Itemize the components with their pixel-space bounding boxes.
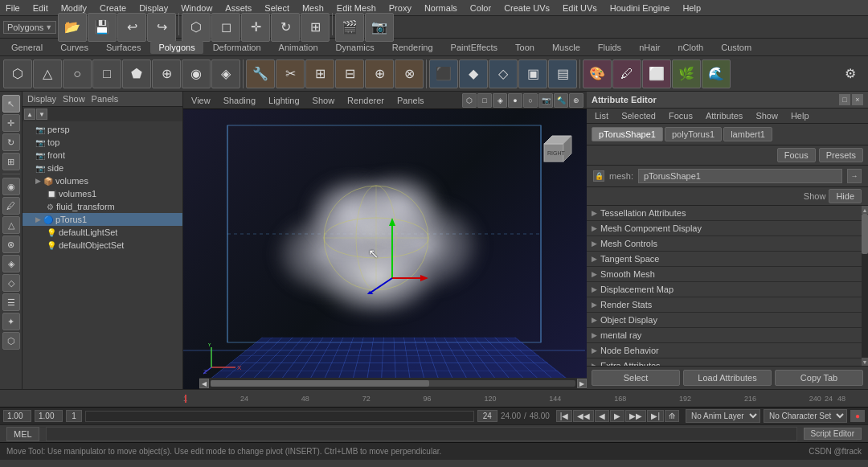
timeline-tick-area[interactable]: 1 24 48 72 96 120 144 168 192 216 240 [183, 395, 821, 403]
tab-muscle[interactable]: Muscle [544, 41, 588, 54]
scroll-down-btn[interactable]: ▼ [36, 109, 47, 120]
loop-btn[interactable]: ⟰ [665, 410, 679, 422]
frame-end-marker[interactable]: 24 [477, 410, 497, 422]
scroll-right-btn[interactable]: ▶ [577, 379, 587, 388]
cube-widget[interactable]: RIGHT [536, 129, 575, 168]
shelf-icon-12[interactable]: ⊟ [335, 59, 364, 88]
attr-render-stats[interactable]: ▶ Render Stats [587, 297, 868, 313]
tab-polygons[interactable]: Polygons [150, 41, 203, 54]
menu-display[interactable]: Display [137, 3, 170, 13]
hscroll-track[interactable] [211, 380, 575, 387]
shelf-icon-21[interactable]: 🖊 [612, 59, 641, 88]
vp-tab-renderer[interactable]: Renderer [342, 96, 389, 105]
attr-tab-attributes[interactable]: Attributes [702, 110, 746, 121]
outliner-item[interactable]: 📷 side [23, 162, 182, 174]
mel-label[interactable]: MEL [6, 427, 39, 441]
outliner-ptorus1[interactable]: ▶ 🔵 pTorus1 [23, 213, 182, 226]
shelf-icon-3[interactable]: ○ [63, 59, 92, 88]
attr-tab-focus[interactable]: Focus [665, 110, 696, 121]
shelf-icon-16[interactable]: ◆ [459, 59, 488, 88]
menu-edit-uvs[interactable]: Edit UVs [560, 3, 600, 13]
outliner-item[interactable]: 📷 front [23, 149, 182, 162]
char-set-select[interactable]: No Character Set [764, 409, 847, 423]
presets-button[interactable]: Presets [819, 148, 863, 162]
menu-select[interactable]: Select [262, 3, 292, 13]
soft-select-tool[interactable]: ◉ [2, 178, 20, 195]
attr-mesh-controls[interactable]: ▶ Mesh Controls [587, 236, 868, 252]
show-tool[interactable]: ◈ [2, 255, 20, 272]
attr-smooth-mesh[interactable]: ▶ Smooth Mesh [587, 267, 868, 282]
vp-tab-lighting[interactable]: Lighting [264, 96, 305, 105]
outliner-volumes[interactable]: ▶ 📦 volumes [23, 174, 182, 187]
outliner-item[interactable]: 📷 persp [23, 123, 182, 136]
menu-help[interactable]: Help [680, 3, 703, 13]
attr-tangent[interactable]: ▶ Tangent Space [587, 252, 868, 267]
attr-tessellation[interactable]: ▶ Tessellation Attributes [587, 206, 868, 221]
scale-icon[interactable]: ⊞ [301, 13, 330, 42]
outliner-item[interactable]: ⚙ fluid_transform [23, 200, 182, 213]
shelf-icon-10[interactable]: ✂ [276, 59, 305, 88]
tab-ncloth[interactable]: nCloth [669, 41, 711, 54]
command-input[interactable] [46, 427, 797, 441]
tab-general[interactable]: General [3, 41, 51, 54]
tab-custom[interactable]: Custom [713, 41, 760, 54]
timeline-playhead[interactable] [185, 395, 186, 403]
select-tool[interactable]: ↖ [2, 95, 20, 113]
attr-tab-selected[interactable]: Selected [618, 110, 659, 121]
copy-tab-btn[interactable]: Copy Tab [775, 370, 863, 386]
next-frame-btn[interactable]: ▶▶ [625, 410, 646, 422]
hide-tool[interactable]: ◇ [2, 274, 20, 292]
select-icon[interactable]: ⬡ [182, 13, 211, 42]
play-btn[interactable]: ▶ [610, 410, 624, 422]
undo-icon[interactable]: ↩ [117, 13, 146, 42]
panel-tab-panels[interactable]: Panels [92, 94, 119, 104]
move-tool[interactable]: ✛ [2, 114, 20, 132]
mesh-lock-btn[interactable]: 🔒 [593, 170, 604, 182]
menu-window[interactable]: Window [178, 3, 215, 13]
attr-mesh-component[interactable]: ▶ Mesh Component Display [587, 221, 868, 236]
shelf-icon-14[interactable]: ⊗ [395, 59, 424, 88]
vp-tab-view[interactable]: View [186, 96, 215, 105]
shelf-icon-24[interactable]: 🌊 [702, 59, 731, 88]
tab-dynamics[interactable]: Dynamics [328, 41, 383, 54]
node-tab-ptorus[interactable]: pTorusShape1 [592, 127, 663, 141]
render-icon[interactable]: 🎬 [335, 13, 364, 42]
shelf-icon-6[interactable]: ⊕ [152, 59, 181, 88]
node-tab-polytorus[interactable]: polyTorus1 [665, 127, 722, 141]
menu-file[interactable]: File [3, 3, 23, 13]
tab-toon[interactable]: Toon [507, 41, 542, 54]
range-bar[interactable] [85, 411, 474, 422]
vp-icon-6[interactable]: 📷 [538, 93, 553, 108]
panel-tab-display[interactable]: Display [27, 94, 56, 104]
attr-tab-show[interactable]: Show [752, 110, 781, 121]
menu-create[interactable]: Create [97, 3, 129, 13]
skip-start-btn[interactable]: |◀ [556, 410, 573, 422]
mesh-arrow-btn[interactable]: → [847, 169, 862, 183]
vp-icon-8[interactable]: ⊕ [569, 93, 583, 108]
select-btn[interactable]: Select [592, 370, 680, 386]
vp-icon-3[interactable]: ◈ [493, 93, 507, 108]
outliner-item[interactable]: 📷 top [23, 136, 182, 149]
outliner-item[interactable]: 🔲 volumes1 [23, 187, 182, 200]
settings-icon[interactable]: ⚙ [836, 59, 865, 88]
shelf-icon-8[interactable]: ◈ [211, 59, 240, 88]
tab-curves[interactable]: Curves [52, 41, 96, 54]
camera-icon[interactable]: 📷 [365, 13, 394, 42]
load-attributes-btn[interactable]: Load Attributes [683, 370, 772, 386]
polygon-dropdown[interactable]: Polygons ▼ [3, 21, 56, 34]
rotate-icon[interactable]: ↻ [271, 13, 300, 42]
tab-rendering[interactable]: Rendering [384, 41, 441, 54]
menu-assets[interactable]: Assets [223, 3, 254, 13]
focus-button[interactable]: Focus [777, 148, 816, 162]
set-tool[interactable]: ⊗ [2, 236, 20, 253]
vp-icon-1[interactable]: ⬡ [462, 93, 477, 108]
menu-edit-mesh[interactable]: Edit Mesh [334, 3, 379, 13]
extra-tool[interactable]: ⬡ [2, 332, 20, 350]
vp-icon-4[interactable]: ● [508, 93, 522, 108]
frame-marker[interactable]: 1 [66, 410, 82, 422]
node-tab-lambert[interactable]: lambert1 [723, 127, 772, 141]
save-icon[interactable]: 💾 [88, 13, 117, 42]
shelf-icon-23[interactable]: 🌿 [672, 59, 701, 88]
auto-key-btn[interactable]: ● [850, 410, 865, 422]
shelf-icon-20[interactable]: 🎨 [583, 59, 612, 88]
